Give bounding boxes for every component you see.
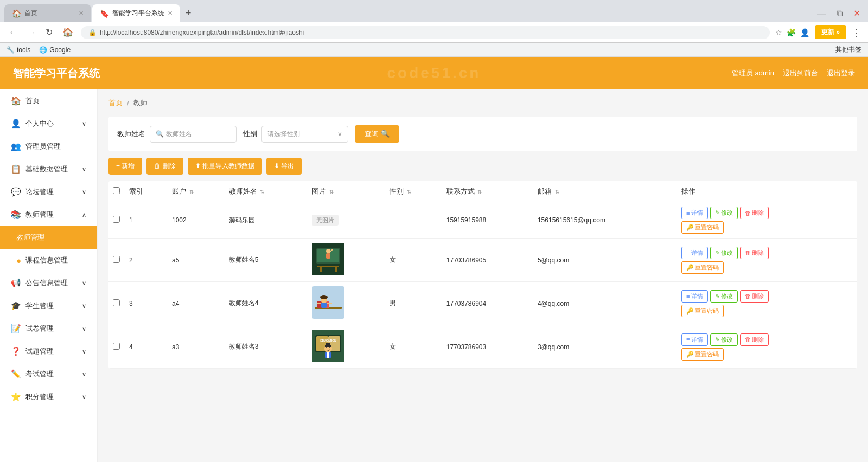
tab-app[interactable]: 🔖 智能学习平台系统 ✕: [92, 4, 180, 22]
sidebar-item-teacher-mgmt[interactable]: 教师管理: [0, 226, 97, 249]
detail-icon3: ≡: [686, 293, 690, 299]
row-2-delete-button[interactable]: 🗑 删除: [740, 247, 769, 259]
home-nav-button[interactable]: 🏠: [60, 27, 75, 37]
breadcrumb-home[interactable]: 首页: [108, 98, 123, 108]
row-2-checkbox[interactable]: [113, 256, 120, 263]
forum-icon: 💬: [11, 187, 21, 197]
row-1-photo: 无图片: [308, 202, 385, 239]
chevron-down-icon4: ∨: [82, 280, 86, 287]
bookmark-google[interactable]: 🌐 Google: [39, 45, 71, 54]
th-photo[interactable]: 图片 ⇅: [308, 181, 385, 202]
row-2-photo: [308, 239, 385, 282]
detail-icon2: ≡: [686, 249, 690, 256]
bookmark-tools[interactable]: 🔧 tools: [7, 45, 30, 54]
back-button[interactable]: ←: [7, 28, 20, 37]
sidebar-item-course-info[interactable]: ● 课程信息管理: [0, 249, 97, 272]
svg-rect-5: [326, 253, 330, 259]
import-button[interactable]: ⬆ 批量导入教师数据: [188, 158, 262, 175]
row-3-reset-button[interactable]: 🔑 重置密码: [681, 305, 724, 317]
sidebar-item-basic-data[interactable]: 📋 基础数据管理 ∨: [0, 158, 97, 181]
chevron-down-icon7: ∨: [82, 348, 86, 355]
chevron-down-icon5: ∨: [82, 303, 86, 310]
tab-app-close[interactable]: ✕: [168, 10, 173, 17]
row-4-index: 4: [125, 325, 168, 369]
search-button[interactable]: 查询 🔍: [355, 125, 399, 143]
row-1-checkbox[interactable]: [113, 216, 120, 223]
row-3-delete-button[interactable]: 🗑 删除: [740, 290, 769, 303]
row-2-detail-button[interactable]: ≡ 详情: [681, 247, 707, 259]
profile-icon[interactable]: 👤: [800, 28, 809, 37]
sidebar-item-exam-paper[interactable]: 📝 试卷管理 ∨: [0, 317, 97, 340]
sidebar-item-teacher-parent[interactable]: 📚 教师管理 ∧: [0, 203, 97, 226]
restore-button[interactable]: ⧉: [833, 8, 846, 20]
row-4-detail-button[interactable]: ≡ 详情: [681, 333, 707, 346]
notice-icon: 📢: [11, 278, 21, 288]
row-4-name: 教师姓名3: [225, 325, 308, 369]
detail-icon4: ≡: [686, 336, 690, 343]
th-email[interactable]: 邮箱 ⇅: [533, 181, 677, 202]
update-button[interactable]: 更新 »: [815, 25, 846, 39]
forward-button[interactable]: →: [25, 28, 38, 37]
row-4-checkbox[interactable]: [113, 343, 120, 350]
app-title: 智能学习平台系统: [13, 66, 100, 81]
row-3-detail-button[interactable]: ≡ 详情: [681, 290, 707, 303]
more-options-icon[interactable]: ⋮: [852, 27, 861, 39]
sidebar-basic-label: 基础数据管理: [25, 164, 68, 174]
star-icon[interactable]: ☆: [775, 28, 782, 37]
name-search-input[interactable]: 🔍 教师姓名: [150, 126, 237, 143]
other-bookmarks[interactable]: 其他书签: [835, 45, 861, 54]
sidebar-item-exam[interactable]: ✏️ 考试管理 ∨: [0, 363, 97, 386]
edit-icon2: ✎: [715, 249, 720, 256]
row-2-reset-button[interactable]: 🔑 重置密码: [681, 261, 724, 274]
name-search-label: 教师姓名: [117, 129, 145, 139]
svg-rect-27: [326, 343, 330, 345]
sort-name-icon: ⇅: [260, 189, 264, 195]
row-1-reset-button[interactable]: 🔑 重置密码: [681, 221, 724, 234]
logout-link[interactable]: 退出登录: [827, 68, 855, 78]
dropdown-icon: ∨: [337, 130, 342, 138]
row-2-edit-button[interactable]: ✎ 修改: [710, 247, 738, 259]
minimize-button[interactable]: —: [814, 8, 829, 20]
row-4-delete-button[interactable]: 🗑 删除: [740, 333, 769, 346]
url-input[interactable]: 🔒 http://localhost:8080/zhinengxuexiping…: [81, 26, 770, 39]
sort-contact-icon: ⇅: [477, 189, 482, 195]
row-1-contact: 15915915988: [442, 202, 533, 239]
svg-point-25: [329, 347, 330, 348]
sidebar-exam-label: 考试管理: [25, 369, 54, 379]
delete-button[interactable]: 🗑 删除: [146, 158, 183, 175]
row-1-edit-button[interactable]: ✎ 修改: [710, 207, 738, 219]
back-to-front-link[interactable]: 退出到前台: [783, 68, 818, 78]
new-tab-button[interactable]: +: [181, 8, 196, 19]
gender-select[interactable]: 请选择性别 ∨: [261, 126, 348, 143]
th-gender[interactable]: 性别 ⇅: [385, 181, 442, 202]
refresh-button[interactable]: ↻: [43, 27, 55, 37]
sidebar-item-admin-mgmt[interactable]: 👥 管理员管理: [0, 135, 97, 158]
row-1-delete-button[interactable]: 🗑 删除: [740, 207, 769, 219]
row-4-edit-button[interactable]: ✎ 修改: [710, 333, 738, 346]
row-1-detail-button[interactable]: ≡ 详情: [681, 207, 707, 219]
add-button[interactable]: + 新增: [108, 158, 142, 175]
select-all-checkbox[interactable]: [113, 187, 120, 194]
sidebar-item-student[interactable]: 🎓 学生管理 ∨: [0, 294, 97, 317]
row-3-checkbox[interactable]: [113, 299, 120, 306]
sidebar-item-more[interactable]: ⭐ 积分管理 ∨: [0, 386, 97, 408]
close-button[interactable]: ✕: [850, 7, 864, 20]
sidebar-item-home[interactable]: 🏠 首页: [0, 89, 97, 112]
export-button[interactable]: ⬇ 导出: [266, 158, 302, 175]
sidebar-item-question[interactable]: ❓ 试题管理 ∨: [0, 340, 97, 363]
row-3-account: a4: [168, 282, 225, 325]
tab-home-icon: 🏠: [12, 9, 21, 18]
tab-home[interactable]: 🏠 首页 ✕: [4, 4, 91, 22]
th-contact[interactable]: 联系方式 ⇅: [442, 181, 533, 202]
sidebar-item-forum[interactable]: 💬 论坛管理 ∨: [0, 181, 97, 203]
sidebar-item-notice[interactable]: 📢 公告信息管理 ∨: [0, 272, 97, 294]
table-row: 2 a5 教师姓名5: [108, 239, 857, 282]
th-name[interactable]: 教师姓名 ⇅: [225, 181, 308, 202]
row-3-edit-button[interactable]: ✎ 修改: [710, 290, 738, 303]
row-4-reset-button[interactable]: 🔑 重置密码: [681, 348, 724, 361]
row-1-index: 1: [125, 202, 168, 239]
th-account[interactable]: 账户 ⇅: [168, 181, 225, 202]
sidebar-item-personal[interactable]: 👤 个人中心 ∨: [0, 112, 97, 135]
tab-home-close[interactable]: ✕: [79, 10, 84, 17]
extension-icon[interactable]: 🧩: [787, 28, 796, 37]
